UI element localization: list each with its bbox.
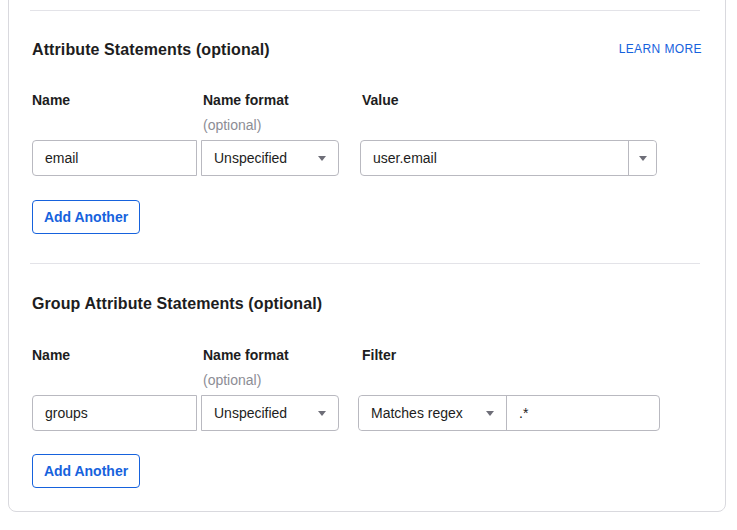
group-attribute-name-input[interactable]	[32, 395, 197, 431]
attribute-value-input[interactable]	[361, 141, 628, 175]
saml-settings-page: Attribute Statements (optional) LEARN MO…	[0, 0, 737, 530]
chevron-down-icon	[486, 411, 494, 416]
col-header-group-name: Name	[32, 347, 70, 363]
section-divider	[30, 263, 700, 264]
chevron-down-icon	[318, 156, 326, 161]
group-attribute-name-format-value: Unspecified	[214, 405, 287, 421]
col-header-name-format-note: (optional)	[203, 117, 261, 133]
col-header-name: Name	[32, 92, 70, 108]
attribute-name-format-select[interactable]: Unspecified	[201, 140, 339, 176]
chevron-down-icon	[639, 156, 647, 161]
group-filter-type-value: Matches regex	[371, 405, 463, 421]
col-header-value: Value	[362, 92, 399, 108]
group-filter-value-input[interactable]	[507, 396, 659, 430]
attribute-statements-title: Attribute Statements (optional)	[32, 41, 270, 59]
chevron-down-icon	[318, 411, 326, 416]
col-header-filter: Filter	[362, 347, 396, 363]
group-filter-type-select[interactable]: Matches regex	[359, 396, 507, 430]
saml-settings-card	[8, 0, 726, 512]
group-filter-combo: Matches regex	[358, 395, 660, 431]
attribute-name-input[interactable]	[32, 140, 197, 176]
col-header-group-name-format: Name format	[203, 347, 289, 363]
attribute-name-format-value: Unspecified	[214, 150, 287, 166]
group-attribute-statements-title: Group Attribute Statements (optional)	[32, 295, 322, 313]
col-header-name-format: Name format	[203, 92, 289, 108]
attribute-value-dropdown-button[interactable]	[628, 141, 656, 175]
section-divider-top	[30, 10, 700, 11]
group-attribute-name-format-select[interactable]: Unspecified	[201, 395, 339, 431]
learn-more-link[interactable]: LEARN MORE	[619, 42, 702, 56]
add-another-attribute-button[interactable]: Add Another	[32, 200, 140, 234]
attribute-value-combo	[360, 140, 657, 176]
add-another-group-attribute-button[interactable]: Add Another	[32, 454, 140, 488]
col-header-group-name-format-note: (optional)	[203, 372, 261, 388]
